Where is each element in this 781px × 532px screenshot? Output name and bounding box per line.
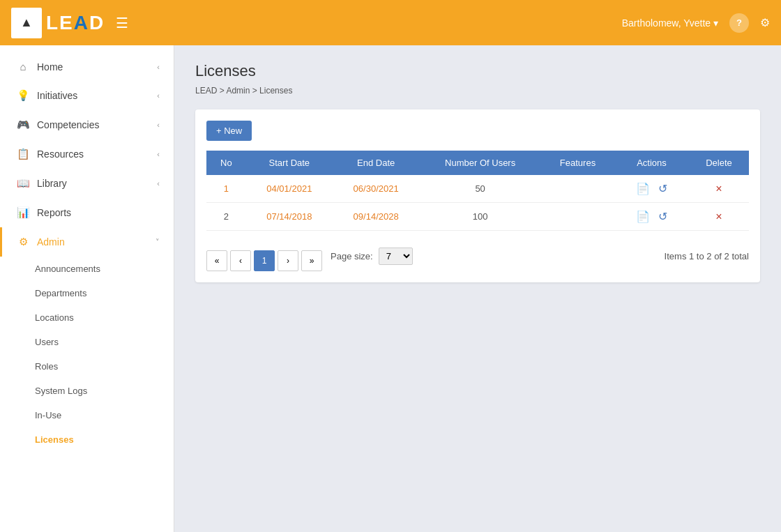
breadcrumb-sep1-text: > [220,86,225,96]
col-features: Features [541,151,614,175]
home-icon: ⌂ [16,61,30,73]
row2-start-date[interactable]: 07/14/2018 [246,203,333,231]
submenu-departments[interactable]: Departments [0,281,174,305]
admin-icon: ⚙ [16,236,30,248]
page-next-button[interactable]: › [278,250,298,271]
row1-no[interactable]: 1 [206,175,246,203]
page-size-select[interactable]: 7 10 25 50 [379,248,413,265]
row2-end-date[interactable]: 09/14/2028 [333,203,419,231]
library-icon: 📖 [16,177,30,190]
submenu-licenses[interactable]: Licenses [0,427,174,452]
app-layout: ⌂ Home ‹ 💡 Initiatives ‹ 🎮 Competencies … [0,45,781,532]
hamburger-menu[interactable]: ☰ [116,15,128,31]
row2-num-users: 100 [419,203,541,231]
col-no: No [206,151,246,175]
sidebar-label-initiatives: Initiatives [37,90,77,101]
row1-end-date[interactable]: 06/30/2021 [333,175,419,203]
chevron-library: ‹ [157,179,160,188]
page-prev-button[interactable]: ‹ [230,250,251,271]
licenses-table: No Start Date End Date Number Of Users F… [206,151,749,231]
row1-features [541,175,614,203]
sidebar-label-library: Library [37,178,67,189]
table-body: 1 04/01/2021 06/30/2021 50 📄 ↺ × [206,175,749,231]
chevron-admin: ˅ [156,238,160,247]
col-start-date: Start Date [246,151,333,175]
pagination: « ‹ 1 › » [206,250,322,271]
initiatives-icon: 💡 [16,89,30,102]
header-left: LEAD ☰ [11,8,128,38]
logo-text: LEAD [46,12,105,34]
sidebar-item-admin[interactable]: ⚙ Admin ˅ [0,227,174,257]
sidebar-item-initiatives[interactable]: 💡 Initiatives ‹ [0,81,174,110]
page-last-button[interactable]: » [301,250,322,271]
breadcrumb: LEAD > Admin > Licenses [195,86,760,96]
row1-actions: 📄 ↺ [614,175,689,203]
chevron-resources: ‹ [157,150,160,158]
row1-reset-button[interactable]: ↺ [655,182,670,195]
row2-view-button[interactable]: 📄 [633,210,653,223]
row2-features [541,203,614,231]
sidebar: ⌂ Home ‹ 💡 Initiatives ‹ 🎮 Competencies … [0,45,174,532]
settings-button[interactable]: ⚙ [760,16,770,29]
row2-reset-button[interactable]: ↺ [655,210,670,223]
help-button[interactable]: ? [729,13,749,33]
chevron-initiatives: ‹ [157,91,160,100]
logo-icon [11,8,42,38]
sidebar-item-competencies[interactable]: 🎮 Competencies ‹ [0,110,174,139]
row2-no: 2 [206,203,246,231]
new-button[interactable]: + New [206,121,252,141]
header-right: Bartholomew, Yvette ▾ ? ⚙ [622,13,770,33]
row1-view-button[interactable]: 📄 [633,182,653,195]
resources-icon: 📋 [16,148,30,160]
table-row: 1 04/01/2021 06/30/2021 50 📄 ↺ × [206,175,749,203]
col-delete: Delete [689,151,749,175]
row1-num-users: 50 [419,175,541,203]
sidebar-label-reports: Reports [37,207,71,218]
col-actions: Actions [614,151,689,175]
chevron-competencies: ‹ [157,121,160,129]
licenses-table-card: + New No Start Date End Date Number Of U… [195,109,760,282]
sidebar-label-competencies: Competencies [37,119,100,130]
sidebar-item-reports[interactable]: 📊 Reports [0,198,174,227]
sidebar-label-home: Home [37,61,63,73]
pagination-info: Items 1 to 2 of 2 total [665,251,749,261]
breadcrumb-lead[interactable]: LEAD [195,86,217,96]
user-name[interactable]: Bartholomew, Yvette ▾ [622,17,718,29]
table-header: No Start Date End Date Number Of Users F… [206,151,749,175]
sidebar-item-resources[interactable]: 📋 Resources ‹ [0,139,174,169]
breadcrumb-sep3-text: > [252,86,257,96]
submenu-in-use[interactable]: In-Use [0,403,174,427]
app-header: LEAD ☰ Bartholomew, Yvette ▾ ? ⚙ [0,0,781,45]
page-first-button[interactable]: « [206,250,227,271]
submenu-roles[interactable]: Roles [0,354,174,379]
sidebar-label-admin: Admin [37,236,65,248]
sidebar-item-library[interactable]: 📖 Library ‹ [0,169,174,198]
row1-start-date[interactable]: 04/01/2021 [246,175,333,203]
breadcrumb-admin[interactable]: Admin [226,86,250,96]
col-end-date: End Date [333,151,419,175]
breadcrumb-licenses[interactable]: Licenses [259,86,292,96]
submenu-announcements[interactable]: Announcements [0,257,174,281]
col-num-users: Number Of Users [419,151,541,175]
competencies-icon: 🎮 [16,119,30,131]
main-content: Licenses LEAD > Admin > Licenses + New N… [174,45,781,532]
chevron-home: ‹ [157,63,160,71]
submenu-users[interactable]: Users [0,330,174,354]
row2-delete: × [689,203,749,231]
row1-delete-button[interactable]: × [713,183,725,195]
logo: LEAD [11,8,105,38]
page-current-button[interactable]: 1 [254,250,275,271]
row2-delete-button[interactable]: × [713,211,725,223]
row2-actions: 📄 ↺ [614,203,689,231]
sidebar-label-resources: Resources [37,149,84,160]
submenu-system-logs[interactable]: System Logs [0,379,174,403]
table-row: 2 07/14/2018 09/14/2028 100 📄 ↺ × [206,203,749,231]
page-size-container: Page size: 7 10 25 50 [331,248,413,265]
page-title: Licenses [195,62,760,80]
row1-delete: × [689,175,749,203]
reports-icon: 📊 [16,206,30,219]
sidebar-item-home[interactable]: ⌂ Home ‹ [0,52,174,81]
page-size-label: Page size: [331,251,373,261]
submenu-locations[interactable]: Locations [0,305,174,330]
